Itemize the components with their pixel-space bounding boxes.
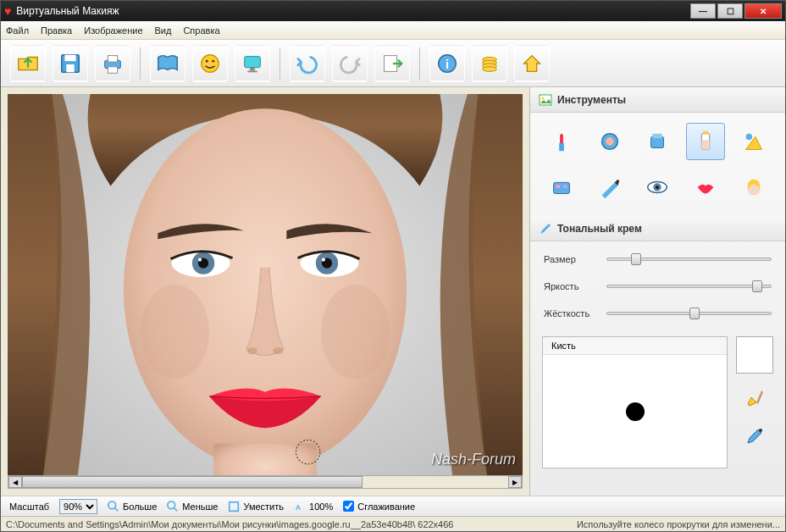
close-button[interactable]: ✕ <box>744 3 782 19</box>
svg-rect-2 <box>66 64 74 71</box>
svg-rect-37 <box>559 143 564 151</box>
horizontal-scrollbar[interactable]: ◀ ▶ <box>8 475 523 489</box>
window-titlebar: ♥ Виртуальный Макияж — ☐ ✕ <box>1 1 785 21</box>
coins-button[interactable] <box>471 45 508 82</box>
svg-point-33 <box>321 285 390 379</box>
hardness-slider[interactable] <box>606 306 772 321</box>
svg-rect-11 <box>247 70 257 72</box>
powder-tool[interactable] <box>638 123 678 160</box>
menu-view[interactable]: Вид <box>155 25 172 36</box>
main-area: Nash-Forum ◀ ▶ Инструменты Тональный <box>1 87 785 496</box>
svg-rect-43 <box>701 140 709 149</box>
canvas-area: Nash-Forum ◀ ▶ <box>1 87 529 496</box>
menu-edit[interactable]: Правка <box>41 25 72 36</box>
svg-text:A: A <box>296 502 302 511</box>
svg-rect-4 <box>108 55 117 62</box>
brightness-slider[interactable] <box>606 279 772 294</box>
svg-point-7 <box>206 59 208 62</box>
foundation-tool[interactable] <box>686 123 726 160</box>
svg-point-30 <box>247 347 257 354</box>
pencil-icon <box>539 222 552 236</box>
menu-help[interactable]: Справка <box>183 25 219 36</box>
toolbar-divider <box>280 47 280 80</box>
screen-button[interactable] <box>234 45 271 82</box>
svg-point-18 <box>483 66 497 71</box>
zoom-in-button[interactable]: Больше <box>108 501 157 513</box>
lips-tool[interactable] <box>686 169 726 206</box>
menu-file[interactable]: Файл <box>6 25 29 36</box>
tools-panel-header: Инструменты <box>530 87 785 113</box>
eyeshadow-tool[interactable] <box>542 169 582 206</box>
svg-rect-35 <box>540 95 551 105</box>
settings-panel-header: Тональный крем <box>530 216 785 241</box>
scale-label: Масштаб <box>9 502 49 512</box>
svg-rect-21 <box>213 443 317 475</box>
svg-point-45 <box>745 134 752 141</box>
bottom-bar: Масштаб 90% Больше Меньше Уместить A100%… <box>1 496 785 516</box>
tan-tool[interactable] <box>733 123 773 160</box>
fit-button[interactable]: Уместить <box>228 501 284 513</box>
scroll-right-icon[interactable]: ▶ <box>508 476 522 488</box>
svg-rect-40 <box>651 136 664 147</box>
maximize-button[interactable]: ☐ <box>717 3 743 19</box>
svg-point-55 <box>168 501 175 508</box>
brush-icon-button[interactable] <box>736 382 773 413</box>
size-slider-row: Размер <box>544 252 772 267</box>
status-path: C:\Documents and Settings\Admin\Мои доку… <box>1 519 572 529</box>
menu-bar: Файл Правка Изображение Вид Справка <box>1 21 785 40</box>
undo-button[interactable] <box>289 45 326 82</box>
watermark: Nash-Forum <box>431 451 516 468</box>
eye-tool[interactable] <box>638 169 678 206</box>
brush-dot <box>626 402 645 421</box>
svg-rect-1 <box>64 54 75 61</box>
hundred-button[interactable]: A100% <box>294 501 333 513</box>
svg-point-36 <box>542 97 545 99</box>
lipstick-tool[interactable] <box>542 123 582 160</box>
photo-image <box>8 94 523 475</box>
open-button[interactable] <box>9 45 47 82</box>
info-button[interactable]: i <box>429 45 466 82</box>
svg-rect-9 <box>245 56 261 67</box>
blush-tool[interactable] <box>590 123 630 160</box>
svg-point-39 <box>606 137 613 145</box>
export-button[interactable] <box>374 45 411 82</box>
brush-side-controls <box>736 336 773 468</box>
hair-tool[interactable] <box>733 169 773 206</box>
zoom-out-button[interactable]: Меньше <box>167 501 218 513</box>
svg-text:i: i <box>446 56 449 70</box>
toolbar-divider <box>419 47 420 80</box>
svg-point-31 <box>273 347 283 354</box>
svg-point-6 <box>202 54 219 72</box>
home-button[interactable] <box>513 45 551 82</box>
app-icon: ♥ <box>4 4 11 18</box>
svg-point-51 <box>656 186 660 189</box>
save-button[interactable] <box>52 45 89 82</box>
face-button[interactable] <box>191 45 229 82</box>
menu-image[interactable]: Изображение <box>84 25 142 36</box>
right-panel: Инструменты Тональный крем Размер Яркос <box>529 87 785 496</box>
color-swatch[interactable] <box>736 336 773 374</box>
svg-rect-44 <box>703 131 708 135</box>
minimize-button[interactable]: — <box>690 3 716 19</box>
brush-tab[interactable]: Кисть <box>543 337 727 355</box>
scale-select[interactable]: 90% <box>59 499 97 514</box>
svg-point-54 <box>108 501 116 508</box>
redo-button[interactable] <box>331 45 368 82</box>
settings-panel-title: Тональный крем <box>557 223 642 235</box>
window-controls: — ☐ ✕ <box>690 3 782 19</box>
smoothing-checkbox[interactable]: Сглаживание <box>343 501 415 512</box>
eyeliner-tool[interactable] <box>590 169 630 206</box>
size-slider[interactable] <box>606 252 772 267</box>
scroll-left-icon[interactable]: ◀ <box>8 476 22 488</box>
svg-rect-41 <box>653 134 662 139</box>
book-button[interactable] <box>149 45 186 82</box>
status-bar: C:\Documents and Settings\Admin\Мои доку… <box>1 516 785 531</box>
print-button[interactable] <box>94 45 131 82</box>
scroll-thumb[interactable] <box>22 476 363 488</box>
brightness-slider-row: Яркость <box>544 279 772 294</box>
svg-point-53 <box>759 429 762 432</box>
canvas-viewport[interactable]: Nash-Forum <box>8 94 523 475</box>
toolbar-divider <box>140 47 141 80</box>
eyedropper-button[interactable] <box>736 421 773 452</box>
smoothing-input[interactable] <box>343 501 354 512</box>
